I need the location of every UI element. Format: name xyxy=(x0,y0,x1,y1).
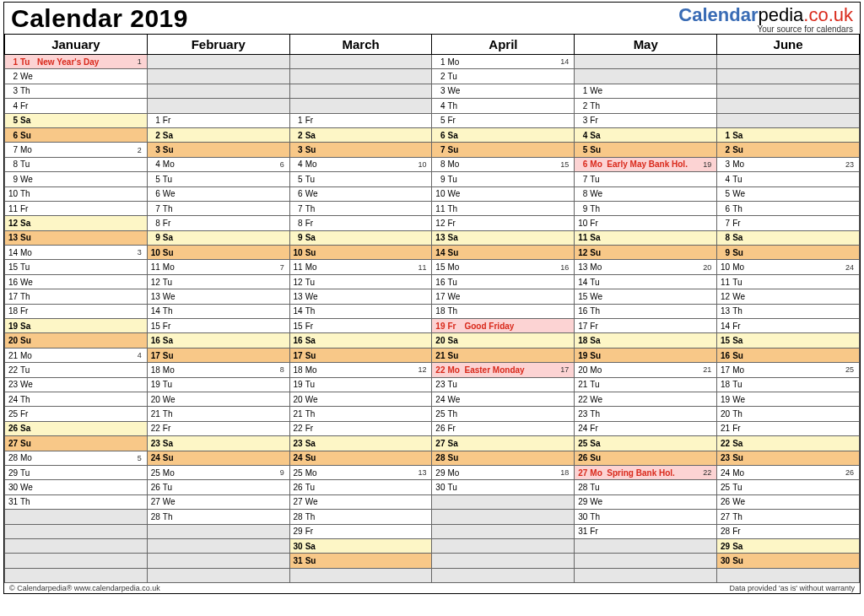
day-cell: 26Sa xyxy=(5,421,148,435)
day-cell: 10We xyxy=(432,186,575,201)
day-cell xyxy=(717,55,860,69)
week-number: 1 xyxy=(138,57,143,66)
day-cell xyxy=(5,524,148,538)
day-cell xyxy=(432,568,575,582)
day-cell: 19Su xyxy=(575,348,717,362)
day-cell: 23We xyxy=(5,377,148,392)
week-number: 22 xyxy=(703,468,713,477)
day-cell: 25Sa xyxy=(575,436,717,451)
week-number: 21 xyxy=(703,365,713,374)
day-cell: 10Th xyxy=(5,186,148,201)
day-cell xyxy=(432,554,575,568)
week-number: 11 xyxy=(418,263,428,272)
week-number: 15 xyxy=(560,160,570,169)
day-cell: 14Mo3 xyxy=(5,246,148,260)
day-cell: 6We xyxy=(289,186,432,201)
day-cell: 6Mo Early May Bank Hol.19 xyxy=(575,157,717,171)
week-number: 19 xyxy=(703,160,713,169)
day-cell: 20Sa xyxy=(432,333,575,348)
day-cell: 11Th xyxy=(432,201,575,215)
day-cell: 17Mo25 xyxy=(717,363,860,377)
month-header: June xyxy=(717,35,860,55)
day-cell: 23Tu xyxy=(432,377,575,392)
day-cell: 29Mo18 xyxy=(432,465,575,479)
day-cell xyxy=(717,113,860,127)
holiday-label: Spring Bank Hol. xyxy=(607,468,675,478)
day-cell: 21Fr xyxy=(717,421,860,435)
day-cell: 19Tu xyxy=(147,377,289,392)
day-cell: 22Fr xyxy=(289,421,432,435)
day-cell: 9We xyxy=(5,172,148,186)
day-cell: 1Fr xyxy=(147,113,289,127)
day-cell: 28Su xyxy=(432,451,575,465)
day-cell: 16We xyxy=(5,274,148,289)
day-cell: 17We xyxy=(432,289,575,304)
week-number: 5 xyxy=(138,454,143,462)
day-cell: 6We xyxy=(147,186,289,201)
week-number: 12 xyxy=(418,365,428,374)
day-cell: 7Su xyxy=(432,143,575,157)
day-cell: 5Su xyxy=(575,143,717,157)
holiday-label: Easter Monday xyxy=(464,365,524,375)
day-cell: 7Th xyxy=(147,201,289,215)
day-cell: 24Mo26 xyxy=(717,465,860,479)
day-cell: 12Tu xyxy=(147,274,289,289)
day-cell: 4Fr xyxy=(5,99,148,113)
day-cell: 11Mo11 xyxy=(289,260,432,274)
day-cell: 19Tu xyxy=(289,377,432,392)
day-cell: 18Fr xyxy=(5,304,148,318)
day-cell xyxy=(289,69,432,84)
day-cell: 29Sa xyxy=(717,538,860,553)
day-cell: 3Su xyxy=(147,143,289,157)
holiday-label: New Year's Day xyxy=(37,57,99,67)
day-cell: 6Su xyxy=(5,127,148,142)
day-cell: 13Sa xyxy=(432,230,575,245)
day-cell: 4Mo6 xyxy=(147,157,289,171)
day-cell: 20Mo21 xyxy=(575,363,717,377)
day-cell: 21Th xyxy=(147,407,289,421)
day-cell: 7Fr xyxy=(717,216,860,230)
day-cell: 16Sa xyxy=(147,333,289,348)
day-cell: 23Th xyxy=(575,407,717,421)
day-cell: 27Mo Spring Bank Hol.22 xyxy=(575,465,717,479)
day-cell: 7Th xyxy=(289,201,432,215)
day-cell xyxy=(5,510,148,524)
day-cell: 31Th xyxy=(5,494,148,509)
day-cell: 24Su xyxy=(147,451,289,465)
day-cell: 3Su xyxy=(289,143,432,157)
day-cell: 4Tu xyxy=(717,172,860,186)
day-cell: 11Fr xyxy=(5,201,148,215)
brand-logo: Calendarpedia.co.uk Your source for cale… xyxy=(678,4,853,34)
day-cell: 10Fr xyxy=(575,216,717,230)
day-cell xyxy=(717,84,860,98)
day-cell: 11Sa xyxy=(575,230,717,245)
day-cell: 12Tu xyxy=(289,274,432,289)
day-cell xyxy=(147,554,289,568)
day-cell xyxy=(147,538,289,553)
day-cell: 31Su xyxy=(289,554,432,568)
day-cell: 4Sa xyxy=(575,127,717,142)
week-number: 16 xyxy=(560,263,570,272)
day-cell: 29We xyxy=(575,494,717,509)
day-cell: 8Sa xyxy=(717,230,860,245)
week-number: 14 xyxy=(560,57,570,66)
day-cell: 11Tu xyxy=(717,274,860,289)
day-cell: 17Su xyxy=(147,348,289,362)
day-cell: 20Su xyxy=(5,333,148,348)
week-number: 24 xyxy=(845,263,856,272)
day-cell: 10Su xyxy=(289,246,432,260)
day-cell: 12Sa xyxy=(5,216,148,230)
day-cell: 28Tu xyxy=(575,480,717,494)
day-cell: 26Tu xyxy=(289,480,432,494)
day-cell: 12Fr xyxy=(432,216,575,230)
day-cell: 4Mo10 xyxy=(289,157,432,171)
day-cell: 25Th xyxy=(432,407,575,421)
day-cell: 31Fr xyxy=(575,524,717,538)
week-number: 17 xyxy=(560,365,570,374)
day-cell: 16Su xyxy=(717,348,860,362)
calendar-page: Calendar 2019 Calendarpedia.co.uk Your s… xyxy=(3,2,861,594)
day-cell: 15We xyxy=(575,289,717,304)
day-cell: 18Mo8 xyxy=(147,363,289,377)
day-cell: 27We xyxy=(147,494,289,509)
week-number: 8 xyxy=(280,365,286,374)
